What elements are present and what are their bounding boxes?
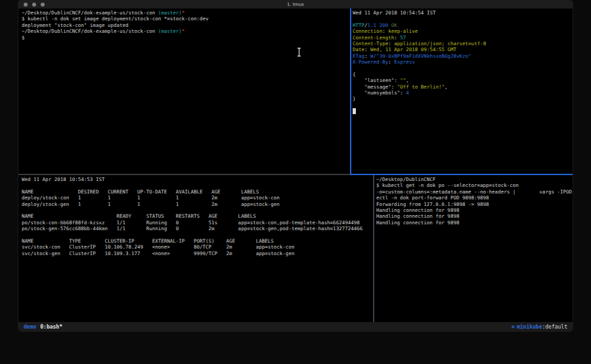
terminal-line: NAME TYPE CLUSTER-IP EXTERNAL-IP PORT(S)… bbox=[22, 238, 376, 244]
terminal-line: Connection: keep-alive bbox=[353, 28, 573, 34]
terminal-line: Handling connection for 9898 bbox=[376, 220, 573, 226]
kube-context: minikube bbox=[517, 324, 542, 330]
terminal-line bbox=[353, 66, 573, 71]
terminal-line: deployment "stock-con" image updated bbox=[22, 22, 353, 28]
tmux-window-tab[interactable]: 0:bash* bbox=[40, 324, 62, 330]
terminal-line: deploy/stock-con 1 1 1 1 2m app=stock-co… bbox=[22, 195, 376, 201]
pane-bottom-left-kubectl-watch[interactable]: Wed 11 Apr 2018 10:54:53 IST NAME DESIRE… bbox=[18, 175, 376, 322]
terminal-line bbox=[353, 102, 573, 108]
terminal-line: po/stock-gen-576cc688bb-44kmn 1/1 Runnin… bbox=[22, 226, 376, 232]
terminal-line: ~/Desktop/DublinCNCF/dok-example-us/stoc… bbox=[22, 10, 353, 16]
terminal-line: ~/Desktop/DublinCNCF bbox=[376, 176, 573, 182]
pane-divider-horizontal-left[interactable] bbox=[18, 174, 350, 175]
terminal-line: $ kubectl get -n dok po --selector=app=s… bbox=[376, 182, 573, 188]
terminal-line: Wed 11 Apr 2018 10:54:53 IST bbox=[22, 176, 376, 182]
window-title: 1. tmux bbox=[18, 1, 573, 7]
tmux-status-bar: demo 0:bash* ☸ minikube :default bbox=[18, 322, 573, 331]
terminal-line: svc/stock-con ClusterIP 10.106.78.249 <n… bbox=[22, 244, 376, 250]
terminal-line: Forwarding from 127.0.0.1:9898 -> 9898 bbox=[376, 201, 573, 207]
terminal-line: ~/Desktop/DublinCNCF/dok-example-us/stoc… bbox=[22, 28, 353, 34]
terminal-line: X-Powered-By: Express bbox=[353, 59, 573, 65]
terminal-line: NAME READY STATUS RESTARTS AGE LABELS bbox=[22, 213, 376, 219]
kubernetes-icon: ☸ bbox=[512, 324, 515, 330]
terminal-line: $ kubectl -n dok set image deployment/st… bbox=[22, 16, 353, 22]
terminal-line: Wed 11 Apr 2018 10:54:54 IST bbox=[353, 10, 573, 16]
terminal-line: Handling connection for 9898 bbox=[376, 207, 573, 213]
terminal-line: ectl -n dok port-forward POD 9898:9898 bbox=[376, 195, 573, 201]
terminal-line: deploy/stock-gen 1 1 1 1 2m app=stock-ge… bbox=[22, 201, 376, 207]
terminal-line: Handling connection for 9898 bbox=[376, 213, 573, 219]
tmux-terminal: ~/Desktop/DublinCNCF/dok-example-us/stoc… bbox=[18, 9, 573, 322]
pane-divider-vertical-bottom[interactable] bbox=[373, 175, 374, 322]
terminal-line: "message": "Off to Berlin!", bbox=[353, 84, 573, 90]
terminal-line: "lastseen": "", bbox=[353, 77, 573, 83]
terminal-line: "numsymbols": 4 bbox=[353, 90, 573, 96]
desktop-background: 1. tmux ~/Desktop/DublinCNCF/dok-example… bbox=[0, 0, 591, 364]
terminal-line: -o=custom-columns=:metadata.name --no-he… bbox=[376, 189, 573, 195]
kube-namespace: :default bbox=[542, 324, 567, 330]
pane-divider-vertical-top[interactable] bbox=[350, 9, 351, 174]
terminal-line bbox=[353, 108, 573, 114]
terminal-line bbox=[353, 16, 573, 22]
terminal-line: Date: Wed, 11 Apr 2018 09:54:55 GMT bbox=[353, 47, 573, 52]
terminal-window: 1. tmux ~/Desktop/DublinCNCF/dok-example… bbox=[18, 0, 573, 331]
terminal-line: $ bbox=[22, 35, 353, 41]
pane-divider-horizontal-right[interactable] bbox=[350, 174, 573, 175]
pane-bottom-right-port-forward[interactable]: ~/Desktop/DublinCNCF$ kubectl get -n dok… bbox=[374, 175, 573, 322]
terminal-line bbox=[22, 182, 376, 188]
tmux-session-name: demo bbox=[24, 324, 36, 330]
window-titlebar[interactable]: 1. tmux bbox=[18, 0, 573, 9]
terminal-line: po/stock-con-bb68f88fd-kzsxz 1/1 Running… bbox=[22, 220, 376, 226]
terminal-line: Content-Type: application/json; charset=… bbox=[353, 41, 573, 47]
terminal-line: ETag: W/"39-0xBPf9aF1dXVNkhsxoBQgJ8vKzo" bbox=[353, 53, 573, 59]
pane-top-right-http-response[interactable]: Wed 11 Apr 2018 10:54:54 IST HTTP/1.1 20… bbox=[351, 9, 573, 175]
terminal-line bbox=[22, 232, 376, 238]
terminal-line: } bbox=[353, 96, 573, 102]
terminal-line: Content-Length: 57 bbox=[353, 35, 573, 41]
terminal-line: svc/stock-gen ClusterIP 10.109.3.177 <no… bbox=[22, 251, 376, 256]
terminal-line bbox=[22, 207, 376, 213]
terminal-line: NAME DESIRED CURRENT UP-TO-DATE AVAILABL… bbox=[22, 189, 376, 195]
pane-top-left-shell[interactable]: ~/Desktop/DublinCNCF/dok-example-us/stoc… bbox=[18, 9, 353, 175]
terminal-line: { bbox=[353, 71, 573, 77]
terminal-line: HTTP/1.1 200 OK bbox=[353, 22, 573, 28]
text-cursor-pointer-icon bbox=[296, 47, 302, 57]
